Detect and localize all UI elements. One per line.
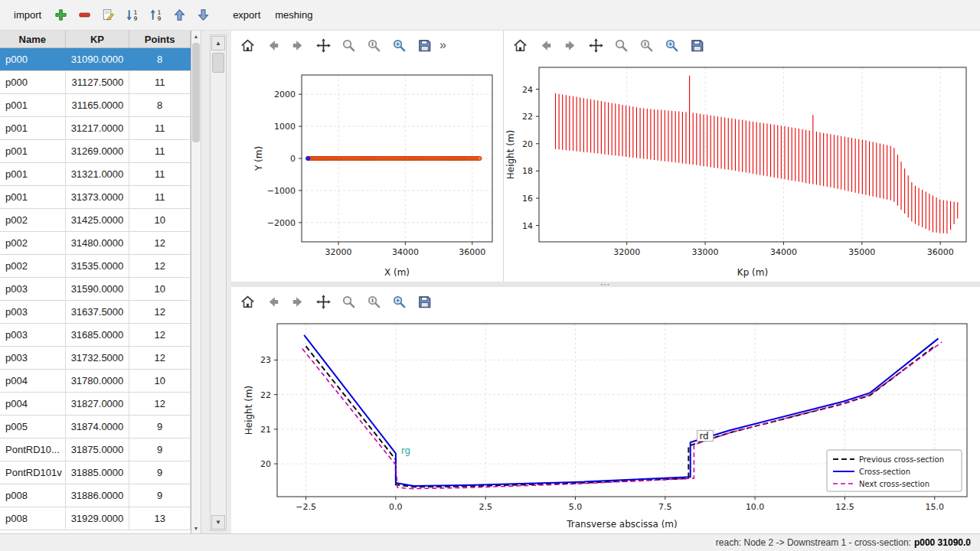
save-icon[interactable] xyxy=(413,34,436,57)
cell-kp: 31321.0000 xyxy=(66,163,130,185)
add-icon[interactable] xyxy=(50,5,71,25)
table-row[interactable]: p00131165.00008 xyxy=(0,94,191,117)
cell-name: p001 xyxy=(0,94,66,116)
svg-text:rg: rg xyxy=(401,445,410,456)
table-row[interactable]: p00131321.000011 xyxy=(0,163,191,186)
svg-text:10.0: 10.0 xyxy=(746,502,765,512)
table-row[interactable]: p00031127.500011 xyxy=(0,71,191,94)
cell-kp: 31090.0000 xyxy=(66,48,130,70)
panel-scrollbar-thumb[interactable] xyxy=(212,53,224,73)
status-bar: reach: Node 2 -> Downstream 1 - cross-se… xyxy=(0,533,980,551)
longitudinal-view-chart[interactable]: 3200033000340003500036000141618202224Kp … xyxy=(504,60,977,282)
back-icon[interactable] xyxy=(261,290,284,313)
table-row[interactable]: p00331732.500012 xyxy=(0,347,191,370)
svg-text:34000: 34000 xyxy=(770,247,797,257)
export-button[interactable]: export xyxy=(227,5,266,24)
zoom-icon[interactable] xyxy=(609,34,632,57)
table-row[interactable]: p00331685.000012 xyxy=(0,324,191,347)
table-row[interactable]: p00231535.000012 xyxy=(0,255,191,278)
svg-text:1000: 1000 xyxy=(274,122,296,132)
pan-icon[interactable] xyxy=(312,34,335,57)
cell-points: 9 xyxy=(129,439,191,461)
table-row[interactable]: p00531874.00009 xyxy=(0,416,191,439)
table-scrollbar-thumb[interactable] xyxy=(192,43,200,142)
svg-text:−2.5: −2.5 xyxy=(296,502,316,512)
subplots-icon[interactable] xyxy=(362,34,385,57)
svg-text:Y (m): Y (m) xyxy=(253,146,264,171)
edit-icon[interactable] xyxy=(97,5,119,25)
table-row[interactable]: p00131373.000011 xyxy=(0,186,191,209)
save-icon[interactable] xyxy=(685,34,708,57)
table-row[interactable]: PontRD10...31875.00009 xyxy=(0,439,191,461)
pan-icon[interactable] xyxy=(584,34,607,57)
scroll-up-arrow-icon[interactable]: ▲ xyxy=(191,31,201,41)
sort-descending-icon[interactable]: 19 xyxy=(121,5,142,25)
table-row[interactable]: p00331637.500012 xyxy=(0,301,191,324)
panel-scrollbar[interactable]: ▲ ▼ xyxy=(210,34,227,531)
import-button[interactable]: import xyxy=(8,5,47,24)
table-scrollbar[interactable]: ▲ ▼ xyxy=(191,31,201,533)
horizontal-splitter[interactable]: ⋯ xyxy=(231,282,980,287)
table-row[interactable]: p00131217.000011 xyxy=(0,117,191,140)
subplots-icon[interactable] xyxy=(362,290,385,313)
panel-scroll-down-icon[interactable]: ▼ xyxy=(211,515,225,530)
cross-section-list-panel: Name KP Points p00031090.00008p00031127.… xyxy=(0,31,231,533)
customize-icon[interactable] xyxy=(387,290,410,313)
cell-kp: 31480.0000 xyxy=(66,232,130,254)
table-row[interactable]: p00831886.00009 xyxy=(0,484,191,507)
cross-section-chart[interactable]: −2.50.02.55.07.510.012.515.020212223Tran… xyxy=(231,316,976,533)
cell-kp: 31165.0000 xyxy=(66,94,130,116)
svg-text:X (m): X (m) xyxy=(384,267,410,278)
plan-view-chart[interactable]: 320003400036000−2000−1000010002000X (m)Y… xyxy=(231,60,503,282)
svg-text:36000: 36000 xyxy=(927,247,954,257)
table-row[interactable]: p00031090.00008 xyxy=(0,48,191,71)
svg-text:2.5: 2.5 xyxy=(479,502,492,512)
move-up-icon[interactable] xyxy=(168,5,190,25)
zoom-icon[interactable] xyxy=(337,290,360,313)
forward-icon[interactable] xyxy=(286,290,309,313)
cell-kp: 31685.0000 xyxy=(66,324,130,346)
cell-points: 11 xyxy=(129,117,191,139)
table-row[interactable]: p00431780.000010 xyxy=(0,370,191,393)
customize-icon[interactable] xyxy=(660,34,683,57)
svg-text:36000: 36000 xyxy=(459,247,485,257)
meshing-button[interactable]: meshing xyxy=(269,5,318,24)
back-icon[interactable] xyxy=(534,34,557,57)
table-scrollbar-track[interactable] xyxy=(191,41,201,523)
cell-name: PontRD10... xyxy=(0,439,66,461)
figures-area: » 320003400036000−2000−1000010002000X (m… xyxy=(231,31,980,533)
forward-icon[interactable] xyxy=(559,34,582,57)
save-icon[interactable] xyxy=(413,290,436,313)
customize-icon[interactable] xyxy=(387,34,410,57)
table-row[interactable]: p00231425.000010 xyxy=(0,209,191,232)
home-icon[interactable] xyxy=(508,34,531,57)
forward-icon[interactable] xyxy=(286,34,309,57)
table-row[interactable]: p00131269.000011 xyxy=(0,140,191,163)
table-row[interactable]: p00831929.000013 xyxy=(0,507,191,530)
subplots-icon[interactable] xyxy=(635,34,658,57)
column-header-kp[interactable]: KP xyxy=(66,31,130,47)
move-down-icon[interactable] xyxy=(192,5,214,25)
sort-ascending-icon[interactable]: 19 xyxy=(145,5,166,25)
table-row[interactable]: p00231480.000012 xyxy=(0,232,191,255)
zoom-icon[interactable] xyxy=(337,34,360,57)
pan-icon[interactable] xyxy=(312,290,335,313)
home-icon[interactable] xyxy=(236,34,259,57)
column-header-name[interactable]: Name xyxy=(0,31,66,47)
remove-icon[interactable] xyxy=(74,5,95,25)
table-row[interactable]: PontRD101v31885.00009 xyxy=(0,461,191,484)
column-header-points[interactable]: Points xyxy=(129,31,191,47)
table-row[interactable]: p00331590.000010 xyxy=(0,278,191,301)
svg-text:18: 18 xyxy=(522,166,533,176)
cell-name: p004 xyxy=(0,393,66,415)
panel-scroll-up-icon[interactable]: ▲ xyxy=(211,36,225,51)
back-icon[interactable] xyxy=(261,34,284,57)
toolbar-overflow-chevron[interactable]: » xyxy=(439,38,446,52)
panel-scrollbar-track[interactable] xyxy=(211,51,226,514)
cell-name: p003 xyxy=(0,324,66,346)
svg-text:32000: 32000 xyxy=(325,247,352,257)
table-row[interactable]: p00431827.000012 xyxy=(0,393,191,416)
home-icon[interactable] xyxy=(236,290,259,313)
scroll-down-arrow-icon[interactable]: ▼ xyxy=(191,523,201,533)
cell-points: 9 xyxy=(129,416,191,438)
